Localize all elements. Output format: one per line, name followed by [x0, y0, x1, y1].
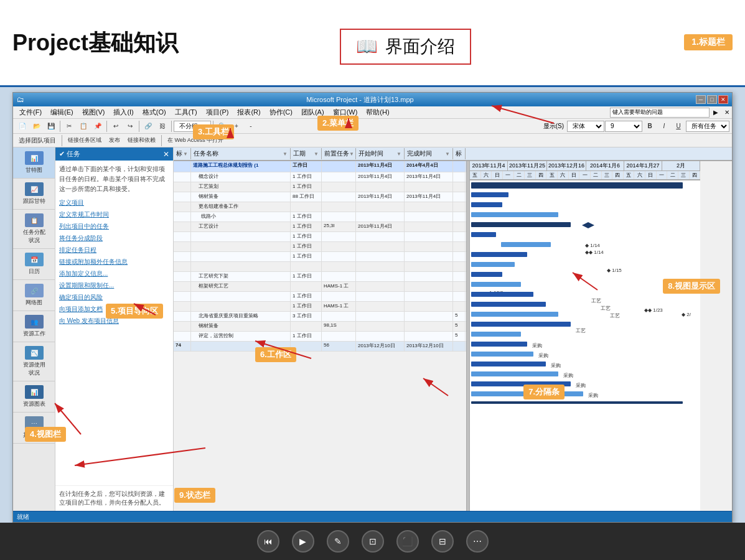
- project-guide: ✔ 任务 ✕ 通过单击下面的某个项，计划和安排项目任务的日程。单击某个项目将不完…: [55, 147, 174, 511]
- player-screen-btn[interactable]: ⊡: [362, 530, 384, 553]
- table-row[interactable]: 更名组建准备工作: [174, 202, 466, 212]
- player-play-btn[interactable]: ▶: [292, 530, 314, 553]
- table-row[interactable]: 线路小 1 工作日: [174, 212, 466, 222]
- player-more-btn[interactable]: ⋯: [466, 530, 489, 553]
- view-calendar[interactable]: 📅 日历: [13, 249, 55, 280]
- table-row[interactable]: [174, 262, 466, 272]
- guide-link-2[interactable]: 定义常规工作时间: [59, 210, 169, 220]
- table-row[interactable]: 1 工作日 HAMS-1 工: [174, 302, 466, 312]
- guide-link-1[interactable]: 定义项目: [59, 198, 169, 208]
- guide-link-8[interactable]: 设置期限和限制任...: [59, 281, 169, 291]
- help-btn[interactable]: ▶: [711, 109, 721, 116]
- table-row[interactable]: 1 工作日: [174, 252, 466, 262]
- title-bar-buttons[interactable]: ─ □ ✕: [696, 95, 728, 104]
- table-row[interactable]: 钢材策备 98,1S 5: [174, 322, 466, 332]
- menu-insert[interactable]: 插入(I): [110, 107, 137, 118]
- guide-link-7[interactable]: 添加加定义信息...: [59, 269, 169, 279]
- menu-report[interactable]: 报表(R): [233, 107, 264, 118]
- view-other[interactable]: ⋯ 其他视图: [13, 413, 55, 444]
- svg-rect-16: [471, 292, 533, 297]
- help-input[interactable]: [610, 108, 710, 118]
- guide-link-5[interactable]: 排定任务日程: [59, 245, 169, 255]
- player-layout-btn[interactable]: ⊟: [431, 530, 454, 553]
- save-btn[interactable]: 💾: [44, 120, 58, 133]
- maximize-button[interactable]: □: [707, 95, 717, 104]
- menu-collab[interactable]: 协作(C): [266, 107, 296, 118]
- player-edit-btn[interactable]: ✎: [327, 530, 349, 553]
- task-prev-btn[interactable]: 链接任务区域: [65, 134, 105, 147]
- new-btn[interactable]: 📄: [16, 120, 29, 133]
- font-dropdown[interactable]: 宋体: [567, 121, 604, 132]
- table-row[interactable]: 框架研究工艺 HAMS-1 工: [174, 282, 466, 292]
- search-btn[interactable]: 🔍: [215, 120, 229, 133]
- table-row[interactable]: 道路施工工程总体规划报告 (1 工作日 2013年11月4日 2014年4月4日: [174, 161, 466, 172]
- view-track-gantt[interactable]: 📈 跟踪甘特: [13, 179, 55, 210]
- menu-team[interactable]: 团队(A): [298, 107, 328, 118]
- table-row[interactable]: 1 工作日: [174, 232, 466, 242]
- table-row[interactable]: 工艺设计 1 工作日 25,3I 2013年11月4日: [174, 222, 466, 232]
- menu-tools[interactable]: 工具(T): [171, 107, 201, 118]
- menu-project[interactable]: 项目(P): [202, 107, 233, 118]
- open-btn[interactable]: 📂: [30, 120, 44, 133]
- guide-link-11[interactable]: 向 Web 发布项目信息: [59, 316, 169, 326]
- table-row[interactable]: 工艺研究下架 1 工作日: [174, 272, 466, 282]
- view-task-usage[interactable]: 📋 任务分配状况: [13, 210, 55, 249]
- guide-content: 通过单击下面的某个项，计划和安排项目任务的日程。单击某个项目将不完成这一步所需的…: [55, 161, 173, 485]
- guide-link-10[interactable]: 向项目添加文档: [59, 304, 169, 314]
- th-name: 任务名称▼: [191, 148, 291, 159]
- guide-link-3[interactable]: 列出项目中的任务: [59, 222, 169, 231]
- guide-link-4[interactable]: 将任务分成阶段: [59, 233, 169, 243]
- close-button[interactable]: ✕: [718, 95, 728, 104]
- view-resource-usage[interactable]: 📉 资源使用状况: [13, 342, 55, 381]
- menu-file[interactable]: 文件(F): [16, 107, 45, 118]
- view-resource-work[interactable]: 👥 资源工作: [13, 311, 55, 342]
- copy-btn[interactable]: 📋: [77, 120, 90, 133]
- table-row[interactable]: 概念设计 1 工作日 2013年11月4日 2013年11月4日: [174, 172, 466, 182]
- task-filter-dropdown[interactable]: 所有任务: [686, 121, 729, 132]
- table-row[interactable]: 钢材策备 88 工作日 2013年11月4日 2013年11月4日: [174, 192, 466, 202]
- guide-link-9[interactable]: 确定项目的风险: [59, 292, 169, 302]
- guide-link-6[interactable]: 链接或附加额外任务信息: [59, 257, 169, 267]
- table-row[interactable]: 1 工作日: [174, 292, 466, 302]
- paste-btn[interactable]: 📌: [91, 120, 105, 133]
- table-row[interactable]: 评定，运营控制 1 工作日 5: [174, 332, 466, 342]
- view-gantt[interactable]: 📊 甘特图: [13, 147, 55, 179]
- view-network[interactable]: 🔗 网络图: [13, 280, 55, 311]
- day-18: 一: [657, 171, 668, 179]
- zoom-in-btn[interactable]: +: [230, 120, 243, 133]
- menu-help[interactable]: 帮助(H): [362, 107, 393, 118]
- table-row[interactable]: 74 56 2013年12月10日 2013年12月10日: [174, 342, 466, 352]
- guide-close-btn[interactable]: ✕: [163, 150, 169, 159]
- svg-rect-33: [471, 371, 558, 376]
- web-access-btn[interactable]: 在 Web Access 中打开: [164, 134, 227, 147]
- zoom-out-btn[interactable]: -: [244, 120, 258, 133]
- unlink-btn[interactable]: ⛓: [156, 120, 169, 133]
- minimize-button[interactable]: ─: [696, 95, 706, 104]
- menu-edit[interactable]: 编辑(E): [47, 107, 77, 118]
- undo-btn[interactable]: ↩: [109, 120, 123, 133]
- svg-text:◆ 2/: ◆ 2/: [682, 312, 691, 317]
- italic-btn[interactable]: I: [657, 120, 671, 133]
- publish-btn[interactable]: 发布: [106, 134, 123, 147]
- link-btn[interactable]: 🔗: [141, 120, 155, 133]
- table-row[interactable]: 北海省重庆重庆项目重策略 3 工作日 5: [174, 312, 466, 322]
- table-row[interactable]: 1 工作日: [174, 242, 466, 252]
- redo-btn[interactable]: ↪: [123, 120, 137, 133]
- link-info-btn[interactable]: 链接和依赖: [124, 134, 159, 147]
- menu-format[interactable]: 格式(O): [139, 107, 170, 118]
- select-team-btn[interactable]: 选择团队项目: [16, 134, 59, 147]
- player-back-btn[interactable]: ⏮: [257, 530, 279, 553]
- menu-view[interactable]: 视图(V): [78, 107, 109, 118]
- size-dropdown[interactable]: 9: [605, 121, 642, 132]
- cut-btn[interactable]: ✂: [62, 120, 76, 133]
- player-record-btn[interactable]: ⬛: [396, 530, 419, 553]
- table-row[interactable]: 工艺策划 1 工作日: [174, 182, 466, 192]
- calendar-icon: 📅: [25, 253, 44, 266]
- td-period: 1 工作日: [291, 172, 322, 182]
- underline-btn[interactable]: U: [672, 120, 685, 133]
- view-resource-chart-label: 资源图表: [23, 400, 45, 408]
- view-resource-chart[interactable]: 📊 资源图表: [13, 381, 55, 413]
- menu-window[interactable]: 窗口(W): [329, 107, 362, 118]
- bold-btn[interactable]: B: [643, 120, 657, 133]
- group-dropdown[interactable]: 不分组: [174, 121, 211, 132]
